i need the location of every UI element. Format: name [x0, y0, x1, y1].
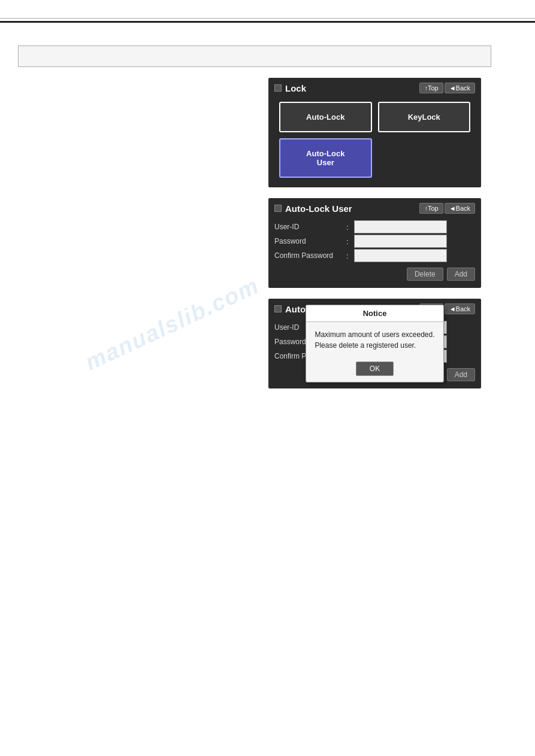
- auto-lock-user-form: User-ID : Password : Confirm Password :: [274, 220, 475, 263]
- confirm-password-label: Confirm Password: [274, 248, 346, 263]
- add-button[interactable]: Add: [447, 268, 475, 281]
- user-id-label: User-ID: [274, 220, 346, 234]
- confirm-password-input[interactable]: [354, 249, 447, 262]
- notice-body: Maximum amount of users exceeded. Please…: [306, 322, 443, 358]
- auto-lock-user-checkbox[interactable]: [274, 205, 282, 212]
- content-area: Lock ↑Top ◄Back Auto-Lock KeyLock Auto-L…: [0, 23, 535, 400]
- auto-lock-user-panel-notice: Auto-Lock User ↑Top ◄Back User-ID : Pass…: [268, 299, 481, 388]
- auto-lock-user-top-button[interactable]: ↑Top: [419, 203, 443, 214]
- grey-box: [18, 45, 491, 67]
- auto-lock-user-panel-header: Auto-Lock User ↑Top ◄Back: [274, 203, 475, 214]
- ui-panels-area: Lock ↑Top ◄Back Auto-Lock KeyLock Auto-L…: [18, 78, 517, 388]
- lock-panel-header: Lock ↑Top ◄Back: [274, 83, 475, 93]
- password-colon: :: [346, 234, 354, 248]
- lock-top-button[interactable]: ↑Top: [419, 83, 443, 93]
- auto-lock-user-panel-title: Auto-Lock User: [274, 204, 352, 214]
- notice-title: Notice: [306, 305, 443, 322]
- lock-panel-title: Lock: [274, 83, 306, 93]
- password-input[interactable]: [354, 235, 447, 248]
- notice-footer: OK: [306, 358, 443, 382]
- user-id-input[interactable]: [354, 220, 447, 233]
- keylock-button[interactable]: KeyLock: [378, 102, 471, 132]
- user-id-row: User-ID :: [274, 220, 475, 234]
- delete-button[interactable]: Delete: [407, 268, 443, 281]
- confirm-password-input-cell: [354, 248, 475, 263]
- notice-overlay: Notice Maximum amount of users exceeded.…: [268, 299, 481, 388]
- lock-back-button[interactable]: ◄Back: [445, 83, 475, 93]
- user-id-input-cell: [354, 220, 475, 234]
- lock-panel-nav: ↑Top ◄Back: [419, 83, 475, 93]
- lock-panel: Lock ↑Top ◄Back Auto-Lock KeyLock Auto-L…: [268, 78, 481, 187]
- notice-ok-button[interactable]: OK: [356, 362, 394, 376]
- user-id-colon: :: [346, 220, 354, 234]
- auto-lock-user-title-label: Auto-Lock User: [285, 204, 352, 214]
- auto-lock-user-back-button[interactable]: ◄Back: [445, 203, 475, 214]
- top-border: [0, 18, 535, 19]
- password-label: Password: [274, 234, 346, 248]
- auto-lock-user-actions: Delete Add: [274, 268, 475, 281]
- auto-lock-user-panel: Auto-Lock User ↑Top ◄Back User-ID : Pass…: [268, 198, 481, 288]
- lock-panel-title-label: Lock: [285, 83, 306, 93]
- notice-message-line1: Maximum amount of users exceeded.: [315, 330, 434, 339]
- auto-lock-user-button[interactable]: Auto-LockUser: [279, 138, 372, 178]
- notice-dialog: Notice Maximum amount of users exceeded.…: [306, 305, 443, 382]
- confirm-password-row: Confirm Password :: [274, 248, 475, 263]
- notice-message-line2: Please delete a registered user.: [315, 341, 416, 350]
- lock-panel-checkbox[interactable]: [274, 84, 282, 92]
- auto-lock-button[interactable]: Auto-Lock: [279, 102, 372, 132]
- confirm-password-colon: :: [346, 248, 354, 263]
- password-input-cell: [354, 234, 475, 248]
- auto-lock-user-nav: ↑Top ◄Back: [419, 203, 475, 214]
- lock-buttons-grid: Auto-Lock KeyLock Auto-LockUser: [274, 99, 475, 180]
- password-row: Password :: [274, 234, 475, 248]
